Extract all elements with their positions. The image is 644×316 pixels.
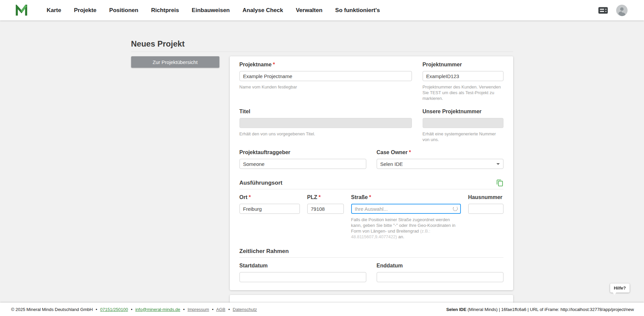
back-to-project-overview-button[interactable]: Zur Projektübersicht (131, 56, 219, 68)
top-nav-bar: Karte Projekte Positionen Richtpreis Ein… (0, 0, 644, 20)
impressum-link[interactable]: Impressum (187, 307, 209, 312)
nav-item-richtpreis[interactable]: Richtpreis (151, 7, 179, 14)
nav-item-projekte[interactable]: Projekte (74, 7, 96, 14)
nav-item-analyse-check[interactable]: Analyse Check (243, 7, 283, 14)
title-divider (131, 52, 513, 52)
main-nav: Karte Projekte Positionen Richtpreis Ein… (47, 7, 380, 14)
server-icon[interactable] (598, 7, 608, 14)
titel-input (239, 118, 412, 128)
nav-item-karte[interactable]: Karte (47, 7, 61, 14)
projektname-input[interactable] (239, 71, 412, 81)
projektnummer-label: Projektnummer (423, 62, 462, 67)
projektname-field: Projektname* Name vom Kunden festlegbar (239, 62, 412, 101)
unsere-projektnummer-input (423, 118, 503, 128)
main-area: Neues Projekt Zur Projektübersicht Proje… (0, 20, 644, 303)
new-project-form-card: Projektname* Name vom Kunden festlegbar … (230, 56, 513, 290)
separator: • (183, 307, 185, 312)
logo-m-icon (15, 5, 28, 16)
projektnummer-input[interactable] (423, 71, 503, 81)
required-asterisk: * (369, 194, 371, 200)
datenschutz-link[interactable]: Datenschutz (233, 307, 257, 312)
strasse-field: Straße* Falls die Position keiner Straße… (351, 194, 461, 240)
ort-label: Ort (239, 194, 248, 200)
projektnummer-field: Projektnummer Projektnummer des Kunden. … (423, 62, 503, 101)
section-title-ausfuehrungsort: Ausführungsort (239, 180, 282, 186)
next-section-card-partial (230, 295, 513, 303)
enddatum-field: Enddatum (377, 263, 503, 282)
section-divider (239, 189, 503, 189)
startdatum-input[interactable] (239, 272, 366, 282)
required-asterisk: * (273, 62, 275, 67)
agb-link[interactable]: AGB (216, 307, 225, 312)
required-asterisk: * (409, 149, 411, 155)
projektauftraggeber-label: Projektauftraggeber (239, 149, 290, 155)
unsere-projektnummer-label: Unsere Projektnummer (423, 109, 482, 114)
strasse-helper: Falls die Position keiner Straße zugeord… (351, 217, 461, 240)
separator: • (228, 307, 230, 312)
header-right-tools (598, 5, 628, 16)
enddatum-input[interactable] (377, 272, 503, 282)
copy-icon[interactable] (496, 179, 503, 187)
projektauftraggeber-input[interactable] (239, 159, 366, 169)
required-asterisk: * (249, 194, 251, 200)
ort-field: Ort* (239, 194, 300, 240)
ort-input[interactable] (239, 204, 300, 214)
nav-item-positionen[interactable]: Positionen (109, 7, 139, 14)
hausnummer-field: Hausnummer (468, 194, 503, 240)
plz-field: PLZ* (307, 194, 344, 240)
footer-left: © 2025 Mineral Minds Deutschland GmbH • … (11, 307, 257, 312)
case-owner-selected-value: Selen IDE (380, 161, 403, 167)
tooltip-tail (612, 292, 616, 295)
nav-item-einbauweisen[interactable]: Einbauweisen (192, 7, 230, 14)
projektname-helper: Name vom Kunden festlegbar (239, 84, 412, 90)
section-title-zeitlicher-rahmen: Zeitlicher Rahmen (239, 248, 289, 255)
brand-logo[interactable] (15, 5, 28, 16)
page-title: Neues Projekt (131, 39, 513, 49)
nav-item-verwalten[interactable]: Verwalten (296, 7, 322, 14)
startdatum-label: Startdatum (239, 263, 268, 268)
titel-label: Titel (239, 109, 251, 114)
projektnummer-helper: Projektnummer des Kunden. Verwenden Sie … (423, 84, 503, 101)
footer: © 2025 Mineral Minds Deutschland GmbH • … (0, 303, 644, 316)
loading-spinner-icon (453, 206, 458, 211)
enddatum-label: Enddatum (377, 263, 403, 268)
required-asterisk: * (319, 194, 321, 200)
nav-item-so-funktionierts[interactable]: So funktioniert's (335, 7, 380, 14)
startdatum-field: Startdatum (239, 263, 366, 282)
user-avatar[interactable] (616, 5, 628, 16)
case-owner-label: Case Owner (377, 149, 408, 155)
projektname-label: Projektname (239, 62, 272, 67)
help-button[interactable]: Hilfe? (610, 283, 630, 293)
case-owner-select[interactable]: Selen IDE (377, 159, 503, 169)
session-info: (Mineral Minds) | 16fae1ffc6a6 | URL of … (466, 307, 634, 312)
email-link[interactable]: info@mineral-minds.de (135, 307, 180, 312)
hausnummer-input[interactable] (468, 204, 503, 214)
hausnummer-label: Hausnummer (468, 194, 502, 200)
separator: • (96, 307, 97, 312)
footer-right: Selen IDE (Mineral Minds) | 16fae1ffc6a6… (446, 307, 634, 312)
titel-helper: Erhält den von uns vorgegebenen Titel. (239, 131, 412, 137)
unsere-projektnummer-helper: Erhält eine systemgenerierte Nummer von … (423, 131, 503, 142)
separator: • (212, 307, 214, 312)
copyright-text: © 2025 Mineral Minds Deutschland GmbH (11, 307, 93, 312)
projektauftraggeber-field: Projektauftraggeber (239, 149, 366, 169)
strasse-input[interactable] (351, 204, 461, 214)
plz-input[interactable] (307, 204, 344, 214)
separator: • (131, 307, 132, 312)
section-divider (239, 257, 503, 258)
strasse-label: Straße (351, 194, 368, 200)
unsere-projektnummer-field: Unsere Projektnummer Erhält eine systemg… (423, 109, 503, 142)
case-owner-field: Case Owner* Selen IDE (377, 149, 503, 169)
plz-label: PLZ (307, 194, 317, 200)
session-user-name: Selen IDE (446, 307, 466, 312)
chevron-down-icon (496, 163, 500, 165)
titel-field: Titel Erhält den von uns vorgegebenen Ti… (239, 109, 412, 142)
phone-link[interactable]: 07151/250100 (100, 307, 128, 312)
help-label: Hilfe? (614, 286, 626, 291)
